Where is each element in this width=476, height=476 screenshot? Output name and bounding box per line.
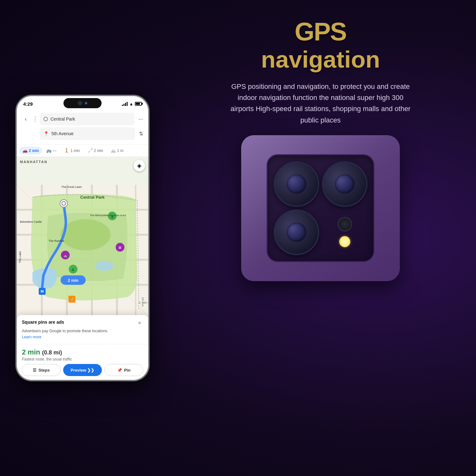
- destination-text: 5th Avenue: [51, 131, 131, 136]
- face-id-sensor: [85, 102, 87, 104]
- great-lawn-label: The Great Lawn: [61, 185, 82, 188]
- status-bar: 4:29 ▲: [17, 96, 148, 110]
- preview-button[interactable]: Preview ❯❯: [63, 364, 102, 376]
- tab-accessible[interactable]: 🦯 2 min: [84, 147, 106, 155]
- svg-point-14: [62, 202, 66, 205]
- steps-button[interactable]: ☰ Steps: [22, 364, 61, 376]
- map-container: M 🍴 🌲 🌲: [17, 157, 148, 344]
- front-camera: [78, 101, 82, 105]
- accessible-time: 2 min: [94, 149, 103, 153]
- trip-time: 2 min (0.8 mi): [22, 348, 143, 356]
- svg-text:2 min: 2 min: [68, 278, 79, 283]
- transit-icon: 🚌: [46, 148, 51, 153]
- trip-minutes: 2 min: [22, 348, 40, 356]
- telephoto-lens: [322, 162, 367, 207]
- flash-light: [339, 236, 350, 247]
- pin-label: Pin: [124, 368, 130, 373]
- main-camera-lens: [274, 162, 319, 207]
- trip-info: 2 min (0.8 mi) Fastest route, the usual …: [22, 348, 143, 361]
- pin-button[interactable]: 📌 Pin: [104, 364, 143, 376]
- phone-back-view: [241, 135, 400, 281]
- preview-label: Preview ❯❯: [71, 368, 95, 373]
- tab-bike[interactable]: 🚲 1 m: [108, 147, 127, 155]
- bike-icon: 🚲: [111, 148, 116, 153]
- central-park-label: Central Park: [80, 195, 105, 200]
- pin-icon: 📌: [117, 368, 122, 373]
- ad-popup-body: Advertisers pay Google to promote these …: [22, 328, 143, 334]
- tab-car[interactable]: 🚗 2 min: [19, 147, 42, 155]
- manhattan-label: MANHATTAN: [20, 160, 48, 164]
- map-background: M 🍴 🌲 🌲: [17, 157, 148, 344]
- origin-dot-icon: [43, 117, 48, 121]
- svg-text:🏛: 🏛: [118, 246, 122, 249]
- ramble-label: The Ramble: [49, 239, 64, 242]
- accessible-icon: 🦯: [88, 148, 93, 153]
- destination-pin-icon: 📍: [43, 131, 49, 136]
- origin-text: Central Park: [50, 116, 131, 122]
- steps-icon: ☰: [33, 368, 36, 373]
- museum-label: The Metropolitan Museum of Art: [90, 214, 126, 217]
- ad-popup: Square pins are ads × Advertisers pay Go…: [17, 315, 148, 344]
- svg-text:🍴: 🍴: [69, 297, 74, 301]
- origin-search-box[interactable]: Central Park: [40, 113, 135, 125]
- lake-label: The Lake: [18, 251, 22, 263]
- more-button[interactable]: ···: [137, 115, 144, 124]
- lidar-sensor: [338, 217, 352, 231]
- svg-point-11: [61, 219, 111, 250]
- back-button[interactable]: ‹: [21, 114, 31, 124]
- svg-text:M: M: [41, 289, 44, 294]
- signal-icon: [122, 102, 128, 106]
- destination-search-box[interactable]: 📍 5th Avenue: [40, 127, 135, 140]
- left-panel: 4:29 ▲: [0, 0, 165, 476]
- car-time: 2 min: [29, 149, 39, 153]
- gps-description: GPS positioning and navigation, to prote…: [225, 81, 416, 126]
- steps-label: Steps: [38, 368, 50, 373]
- transit-time: —: [53, 149, 56, 153]
- tab-walk[interactable]: 🚶 1 min: [61, 147, 83, 155]
- action-buttons: ☰ Steps Preview ❯❯ 📌 Pin: [22, 364, 143, 376]
- ad-popup-header: Square pins are ads ×: [22, 320, 143, 327]
- camera-module: [267, 154, 374, 262]
- transport-tabs: 🚗 2 min 🚌 — 🚶 1 min 🦯 2 min 🚲 1 m: [17, 145, 148, 157]
- car-icon: 🚗: [23, 148, 28, 153]
- layers-button[interactable]: ◈: [134, 160, 145, 171]
- trip-distance: (0.8 mi): [42, 349, 62, 356]
- trip-subtitle: Fastest route, the usual traffic: [22, 357, 143, 361]
- navigation-header: ‹ Central Park ···: [17, 110, 148, 145]
- bottom-panel: 2 min (0.8 mi) Fastest route, the usual …: [17, 344, 148, 380]
- camera-notch: [63, 98, 102, 108]
- phone-mockup: 4:29 ▲: [16, 95, 149, 381]
- tab-transit[interactable]: 🚌 —: [43, 147, 60, 155]
- status-icons: ▲: [122, 102, 142, 106]
- status-time: 4:29: [23, 101, 33, 107]
- bike-time: 1 m: [117, 149, 123, 153]
- walk-icon: 🚶: [64, 148, 69, 153]
- gps-title-line2: navigation: [261, 48, 380, 71]
- belvedere-label: Belvedere Castle: [20, 220, 42, 223]
- camera-extras: [322, 210, 367, 255]
- svg-text:🏰: 🏰: [63, 254, 68, 258]
- svg-text:E 78th St: E 78th St: [139, 301, 148, 304]
- svg-point-12: [95, 261, 114, 271]
- walk-time: 1 min: [70, 149, 80, 153]
- wifi-icon: ▲: [129, 102, 133, 106]
- battery-icon: [135, 102, 142, 106]
- right-panel: GPS navigation GPS positioning and navig…: [165, 0, 476, 476]
- route-dots: [33, 115, 37, 123]
- ad-popup-title: Square pins are ads: [22, 320, 64, 325]
- ad-close-button[interactable]: ×: [136, 320, 143, 327]
- swap-button[interactable]: ⇅: [138, 129, 144, 138]
- gps-title-line1: GPS: [295, 19, 347, 44]
- svg-text:🌲: 🌲: [71, 268, 75, 272]
- learn-more-link[interactable]: Learn more: [22, 335, 41, 339]
- ultrawide-lens: [274, 210, 319, 255]
